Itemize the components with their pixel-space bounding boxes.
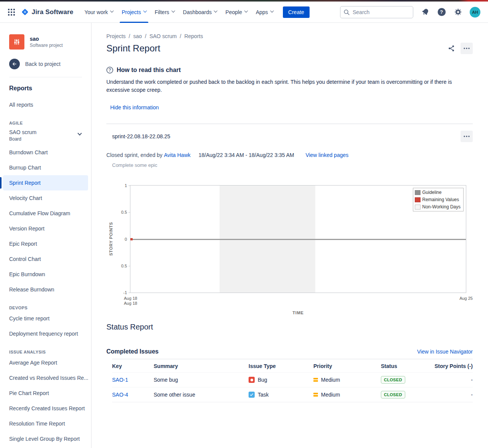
legend-label: Guideline	[422, 190, 442, 195]
title-actions	[447, 43, 473, 54]
search-box[interactable]	[340, 6, 413, 18]
search-icon	[343, 9, 350, 16]
create-button[interactable]: Create	[283, 6, 310, 18]
nav-item-people[interactable]: People	[221, 2, 252, 23]
view-in-issue-navigator-link[interactable]: View in Issue Navigator	[417, 349, 473, 355]
y-tick: 0.5	[121, 210, 127, 214]
app-switcher-icon[interactable]	[5, 6, 18, 18]
story-points-value: -	[433, 392, 473, 398]
breadcrumb: Projects/ sao/ SAO scrum/ Reports	[106, 33, 473, 39]
sprint-selector[interactable]: sprint-22.08.18-22.08.25	[112, 133, 170, 139]
issue-analysis-section-heading: ISSUE ANALYSIS	[0, 341, 91, 355]
issue-key-link[interactable]: SAO-1	[112, 377, 128, 383]
sprint-burndown-chart: STORY POINTS 1 0.5 0 0.5 -1 Guideline	[106, 178, 473, 320]
completed-issues-table: Key Summary Issue Type Priority Status S…	[112, 359, 473, 402]
info-heading: How to read this chart	[117, 67, 181, 74]
sidebar-item-version-report[interactable]: Version Report	[3, 221, 88, 236]
sidebar-item-epic-burndown[interactable]: Epic Burndown	[3, 267, 88, 282]
main-content: Projects/ sao/ SAO scrum/ Reports Sprint…	[92, 23, 488, 448]
sprint-meta: Closed sprint, ended by Avita Hawk 18/Au…	[106, 152, 473, 158]
chart-legend: Guideline Remaining Values Non-Working D…	[413, 188, 464, 211]
chevron-down-icon	[270, 9, 274, 13]
sidebar-item-velocity-chart[interactable]: Velocity Chart	[3, 190, 88, 206]
sidebar-item-release-burndown[interactable]: Release Burndown	[3, 282, 88, 297]
settings-icon[interactable]	[453, 8, 462, 17]
chart-y-axis-label: STORY POINTS	[109, 222, 113, 256]
table-row: SAO-1 Some bug Bug Medium CLOSED -	[112, 372, 473, 387]
status-badge: CLOSED	[381, 391, 405, 398]
share-icon[interactable]	[447, 44, 456, 53]
help-icon[interactable]: ?	[437, 8, 446, 17]
sidebar-item-burnup-chart[interactable]: Burnup Chart	[3, 160, 88, 175]
board-selector[interactable]: SAO scrum Board	[3, 126, 88, 145]
y-tick-mark	[128, 186, 130, 186]
project-type: Software project	[30, 43, 63, 48]
sidebar-item-pie-chart-report[interactable]: Pie Chart Report	[3, 386, 88, 401]
breadcrumb-sao-scrum[interactable]: SAO scrum	[149, 33, 177, 39]
project-header: sao Software project	[0, 34, 91, 50]
sidebar-item-burndown-chart[interactable]: Burndown Chart	[3, 145, 88, 160]
sidebar-item-single-level-group-by-report[interactable]: Single Level Group By Report	[3, 431, 88, 446]
section-divider	[106, 123, 473, 124]
status-report-heading: Status Report	[106, 323, 473, 331]
nav-item-label: Filters	[155, 9, 169, 15]
nav-item-projects[interactable]: Projects	[117, 2, 151, 23]
sidebar-item-control-chart[interactable]: Control Chart	[3, 251, 88, 267]
sidebar-item-resolution-time-report[interactable]: Resolution Time Report	[3, 416, 88, 431]
sprint-more-icon[interactable]	[461, 131, 473, 142]
notifications-icon[interactable]	[421, 8, 430, 17]
chart-x-axis-label: TIME	[130, 310, 466, 315]
nav-item-label: People	[225, 9, 242, 15]
column-issue-type: Issue Type	[249, 363, 313, 369]
nav-item-dashboards[interactable]: Dashboards	[179, 2, 222, 23]
page-title: Sprint Report	[106, 43, 160, 54]
legend-label: Non-Working Days	[422, 204, 461, 210]
sidebar-item-created-vs-resolved[interactable]: Created vs Resolved Issues Re...	[3, 370, 88, 386]
chart-plot-area: 1 0.5 0 0.5 -1 Guideline Remaining Value	[130, 185, 466, 293]
breadcrumb-reports[interactable]: Reports	[184, 33, 203, 39]
breadcrumb-sao[interactable]: sao	[133, 33, 142, 39]
breadcrumb-projects[interactable]: Projects	[106, 33, 126, 39]
chevron-down-icon	[214, 9, 218, 13]
more-icon[interactable]	[461, 43, 473, 54]
chevron-down-icon	[110, 9, 114, 13]
nav-item-label: Your work	[84, 9, 108, 15]
priority-label: Medium	[321, 377, 340, 383]
closed-by-link[interactable]: Avita Hawk	[164, 152, 191, 158]
hide-information-link[interactable]: Hide this information	[110, 104, 159, 110]
task-icon	[249, 392, 255, 398]
sidebar-item-cumulative-flow-diagram[interactable]: Cumulative Flow Diagram	[3, 206, 88, 221]
sidebar-item-cycle-time-report[interactable]: Cycle time report	[3, 311, 88, 326]
legend-swatch-guideline	[415, 190, 421, 195]
nav-item-filters[interactable]: Filters	[151, 2, 179, 23]
sidebar-item-recently-created-issues-report[interactable]: Recently Created Issues Report	[3, 401, 88, 416]
story-points-value: -	[433, 377, 473, 383]
y-tick-mark	[128, 293, 130, 293]
jira-logo[interactable]: Jira Software	[21, 8, 73, 16]
navbar-right: ? AH	[340, 6, 480, 18]
priority-label: Medium	[321, 392, 340, 398]
sidebar-item-all-reports[interactable]: All reports	[3, 97, 88, 112]
column-summary: Summary	[154, 363, 249, 369]
view-linked-pages-link[interactable]: View linked pages	[305, 152, 348, 158]
column-key: Key	[112, 363, 154, 369]
breadcrumb-separator: /	[180, 33, 181, 39]
search-input[interactable]	[340, 6, 413, 18]
completed-issues-heading: Completed Issues	[106, 348, 159, 355]
sidebar-item-deployment-frequency-report[interactable]: Deployment frequency report	[3, 326, 88, 341]
legend-guideline: Guideline	[415, 190, 461, 195]
guideline-series	[130, 239, 466, 240]
avatar[interactable]: AH	[470, 7, 480, 18]
table-header-row: Key Summary Issue Type Priority Status S…	[112, 359, 473, 372]
sidebar-item-epic-report[interactable]: Epic Report	[3, 236, 88, 251]
devops-section-heading: DEVOPS	[0, 297, 91, 311]
sidebar-item-sprint-report[interactable]: Sprint Report	[3, 175, 88, 190]
sidebar-item-average-age-report[interactable]: Average Age Report	[3, 355, 88, 370]
nav-item-apps[interactable]: Apps	[252, 2, 278, 23]
nav-item-your-work[interactable]: Your work	[80, 2, 117, 23]
column-status: Status	[381, 363, 433, 369]
priority-medium-icon	[313, 378, 318, 382]
issue-summary: Some bug	[154, 377, 249, 383]
back-to-project[interactable]: Back to project	[0, 59, 91, 69]
issue-key-link[interactable]: SAO-4	[112, 392, 128, 398]
